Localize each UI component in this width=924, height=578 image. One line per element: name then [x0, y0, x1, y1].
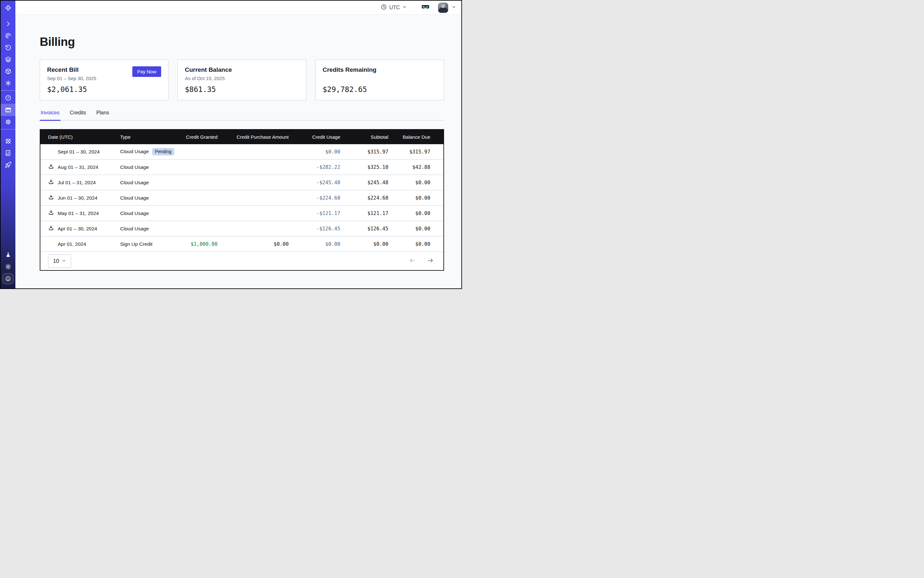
- subtotal: $126.45: [340, 226, 388, 232]
- page-size-value: 10: [53, 258, 59, 264]
- chevron-down-icon: [402, 5, 407, 11]
- card-amount: $861.35: [185, 85, 216, 94]
- card-title: Current Balance: [185, 66, 299, 73]
- pay-now-button[interactable]: Pay Now: [132, 66, 161, 77]
- sidebar-item-history[interactable]: [1, 42, 15, 54]
- dollar-badge-icon[interactable]: $: [3, 273, 13, 284]
- app-window: $ UTC: [0, 0, 462, 289]
- gear-icon: [5, 119, 11, 125]
- subtotal: $0.00: [340, 241, 388, 247]
- chevron-right-icon: [5, 21, 11, 27]
- sidebar-item-theme-toggle[interactable]: [1, 261, 15, 273]
- cube-icon: [5, 68, 11, 75]
- chevron-down-icon: [451, 5, 456, 11]
- download-invoice-icon[interactable]: [48, 179, 54, 186]
- invoice-date: Sept 01 – 30, 2024: [58, 149, 100, 155]
- tab-invoices[interactable]: Invoices: [40, 110, 60, 121]
- invoice-type: Cloud Usage: [120, 164, 149, 170]
- subtotal: $121.17: [340, 211, 388, 216]
- subtotal: $245.48: [340, 180, 388, 185]
- helm-wheel-icon: [5, 138, 11, 144]
- download-invoice-icon[interactable]: [48, 194, 54, 201]
- invoice-type: Cloud Usage: [120, 195, 149, 201]
- col-subtotal: Subtotal: [340, 134, 388, 140]
- credit-usage: $0.00: [289, 241, 340, 247]
- invoice-row: May 01 – 31, 2024 Cloud Usage -$121.17 $…: [41, 206, 443, 221]
- sidebar-item-services[interactable]: [1, 77, 15, 89]
- balance-due: $0.00: [388, 180, 430, 185]
- page-size-select[interactable]: 10: [48, 254, 71, 268]
- sidebar-item-layers[interactable]: [1, 54, 15, 65]
- tab-plans[interactable]: Plans: [95, 110, 110, 121]
- billing-card-icon: [5, 107, 11, 114]
- invoices-table: Date (UTC) Type Credit Granted Credit Pu…: [40, 129, 444, 271]
- summary-cards: Recent Bill Sep 01 – Sep 30, 2025 $2,061…: [40, 60, 444, 100]
- download-invoice-icon[interactable]: [48, 225, 54, 232]
- sidebar-item-credits[interactable]: $: [1, 273, 15, 284]
- history-clock-icon: [5, 44, 11, 51]
- current-balance-card: Current Balance As of Oct 15, 2025 $861.…: [177, 60, 306, 100]
- credit-granted: $1,000.00: [178, 241, 218, 247]
- user-avatar[interactable]: [438, 3, 448, 13]
- credit-usage: $0.00: [289, 149, 340, 155]
- invoice-date: Apr 01, 2024: [58, 241, 86, 247]
- subtotal: $224.68: [340, 195, 388, 201]
- account-menu[interactable]: [438, 3, 456, 13]
- sidebar-divider: [1, 90, 15, 91]
- invoice-row: Aug 01 – 31, 2024 Cloud Usage -$282.22 $…: [41, 159, 443, 175]
- balance-due: $0.00: [388, 226, 430, 232]
- balance-due: $315.97: [388, 149, 430, 155]
- tab-credits[interactable]: Credits: [69, 110, 87, 121]
- invoice-row: Apr 01 – 30, 2024 Cloud Usage -$126.45 $…: [41, 221, 443, 237]
- book-sparkle-icon: [5, 149, 11, 156]
- timezone-selector[interactable]: UTC: [381, 4, 407, 11]
- sidebar-item-expand[interactable]: [1, 18, 15, 30]
- sidebar-item-support[interactable]: [1, 135, 15, 147]
- timezone-label: UTC: [389, 5, 400, 11]
- prev-page-button[interactable]: [409, 257, 416, 265]
- card-amount: $29,782.65: [323, 85, 367, 94]
- main-area: Billing Recent Bill Sep 01 – Sep 30, 202…: [15, 15, 461, 288]
- table-header: Date (UTC) Type Credit Granted Credit Pu…: [41, 130, 443, 144]
- invoice-row: Apr 01, 2024 Sign Up Credit $1,000.00 $0…: [41, 237, 443, 252]
- invoice-date: Jul 01 – 31, 2024: [58, 180, 96, 185]
- vision-mode-button[interactable]: [421, 3, 430, 13]
- credit-usage: -$245.48: [289, 180, 340, 185]
- invoice-type: Cloud Usage: [120, 211, 149, 216]
- sidebar-item-dashboard[interactable]: [1, 92, 15, 104]
- invoice-date: Apr 01 – 30, 2024: [58, 226, 97, 232]
- 3d-glasses-icon: [421, 3, 430, 13]
- download-invoice-icon[interactable]: [48, 209, 54, 217]
- sidebar-item-docs[interactable]: [1, 147, 15, 159]
- sidebar-item-launch[interactable]: [1, 159, 15, 171]
- app-logo-icon[interactable]: [1, 1, 15, 15]
- credit-purchase-amount: $0.00: [218, 241, 289, 247]
- gauge-icon: [5, 94, 11, 101]
- sidebar-item-labs[interactable]: [1, 249, 15, 261]
- invoice-row: Sept 01 – 30, 2024 Cloud Usage Pending $…: [41, 144, 443, 159]
- page-title: Billing: [40, 35, 444, 49]
- invoice-row: Jul 01 – 31, 2024 Cloud Usage -$245.48 $…: [41, 175, 443, 190]
- rocket-icon: [5, 161, 11, 168]
- recent-bill-card: Recent Bill Sep 01 – Sep 30, 2025 $2,061…: [40, 60, 169, 100]
- col-date: Date (UTC): [48, 134, 120, 140]
- col-balance-due: Balance Due: [388, 134, 430, 140]
- invoice-date: Jun 01 – 30, 2024: [58, 195, 97, 201]
- sidebar-item-billing[interactable]: [1, 104, 15, 116]
- balance-due: $0.00: [388, 195, 430, 201]
- layers-icon: [5, 56, 11, 63]
- sidebar-item-observe[interactable]: [1, 30, 15, 42]
- col-credit-granted: Credit Granted: [178, 134, 218, 140]
- topbar: UTC: [15, 1, 461, 15]
- col-credit-usage: Credit Usage: [289, 134, 340, 140]
- sidebar-item-settings[interactable]: [1, 116, 15, 128]
- asterisk-icon: [5, 80, 11, 86]
- sidebar-item-cube[interactable]: [1, 65, 15, 77]
- download-invoice-icon[interactable]: [48, 163, 54, 171]
- balance-due: $0.00: [388, 241, 430, 247]
- credit-usage: -$224.68: [289, 195, 340, 201]
- next-page-button[interactable]: [427, 257, 434, 265]
- status-badge: Pending: [152, 148, 174, 155]
- credit-usage: -$282.22: [289, 164, 340, 170]
- svg-text:$: $: [7, 277, 9, 280]
